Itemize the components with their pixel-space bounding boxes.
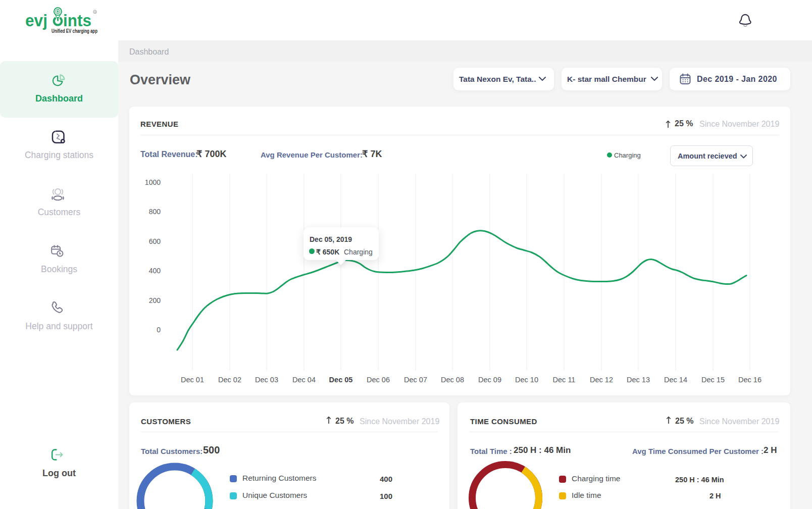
svg-text:Dec 15: Dec 15 [701, 376, 725, 384]
svg-text:0: 0 [157, 326, 161, 334]
svg-text:Dec 07: Dec 07 [404, 376, 427, 384]
svg-text:800: 800 [149, 208, 161, 216]
svg-text:Unified EV charging app: Unified EV charging app [52, 28, 97, 34]
svg-text:Dec 14: Dec 14 [664, 376, 687, 384]
svg-text:Dec 05: Dec 05 [329, 376, 353, 384]
svg-text:Dec 16: Dec 16 [738, 376, 762, 384]
svg-text:Dec 08: Dec 08 [441, 376, 464, 384]
svg-text:Dec 01: Dec 01 [181, 376, 204, 384]
svg-text:Dec 11: Dec 11 [553, 376, 576, 384]
svg-text:Dec 10: Dec 10 [515, 376, 538, 384]
svg-text:Dec 06: Dec 06 [367, 376, 390, 384]
svg-text:1000: 1000 [145, 178, 161, 186]
svg-text:600: 600 [149, 237, 161, 245]
svg-text:Dec 04: Dec 04 [292, 376, 316, 384]
svg-text:Dec 09: Dec 09 [478, 376, 501, 384]
svg-text:evj: evj [25, 11, 47, 30]
svg-text:R: R [94, 11, 96, 14]
svg-text:Dec 02: Dec 02 [218, 376, 241, 384]
svg-text:Dec 03: Dec 03 [255, 376, 278, 384]
svg-text:Dec 13: Dec 13 [627, 376, 650, 384]
svg-text:400: 400 [149, 267, 161, 275]
svg-text:200: 200 [149, 296, 161, 304]
svg-text:Dec 12: Dec 12 [590, 376, 613, 384]
svg-text:ints: ints [63, 11, 91, 30]
